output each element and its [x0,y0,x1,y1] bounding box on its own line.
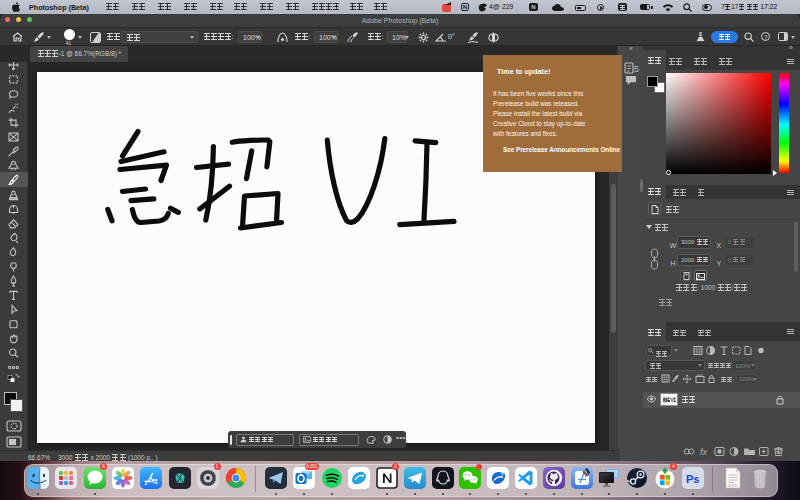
svg-text:Ps: Ps [686,473,699,485]
svg-text:5: 5 [634,64,639,74]
svg-text:.DOC: .DOC [727,483,737,488]
svg-text:fx: fx [700,447,708,457]
